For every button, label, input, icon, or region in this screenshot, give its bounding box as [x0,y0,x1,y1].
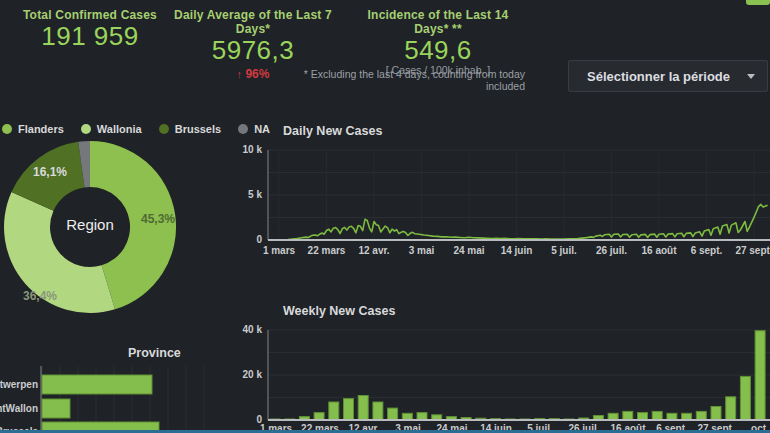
daily-x-tick: 27 sept. [728,245,770,256]
weekly-bar [696,411,706,420]
weekly-bar [344,399,354,420]
daily-x-tick: 26 juil. [586,245,638,256]
weekly-bar [711,407,721,421]
charts-layer [0,0,770,433]
covid-dashboard: Total Confirmed Cases 191 959 Daily Aver… [0,0,770,433]
weekly-bar [623,411,633,420]
daily-x-tick: 16 août [633,245,685,256]
weekly-bar [638,413,648,420]
donut-pct-wallonia: 36,4% [23,289,57,303]
weekly-bar [608,413,618,420]
daily-y-tick: 5 k [236,189,262,200]
daily-x-tick: 12 avr. [348,245,400,256]
weekly-bar [417,413,427,420]
weekly-bar [329,402,339,420]
weekly-bar [373,402,383,420]
daily-x-tick: 24 mai [443,245,495,256]
province-label: Antwerpen [0,379,38,390]
daily-new-cases-line [279,204,768,240]
province-label: BrabantWallon [0,403,38,414]
weekly-bar [402,413,412,420]
province-bar-brabantwallon [42,399,70,418]
weekly-bar [388,408,398,420]
weekly-bar [667,413,677,420]
weekly-bar [682,413,692,420]
daily-x-tick: 5 juil. [538,245,590,256]
daily-x-tick: 14 juin [491,245,543,256]
daily-x-tick: 1 mars [253,245,305,256]
daily-x-tick: 3 mai [396,245,448,256]
weekly-bar [314,413,324,420]
donut-center-label: Region [66,216,114,233]
daily-y-tick: 0 [236,234,262,245]
weekly-y-tick: 40 k [236,324,262,335]
donut-slice-wallonia[interactable] [4,192,115,313]
province-bar-antwerpen [42,375,152,394]
daily-x-tick: 6 sept. [681,245,733,256]
donut-pct-flanders: 45,3% [141,212,175,226]
weekly-bar [652,411,662,420]
donut-pct-brussels: 16,1% [33,165,67,179]
weekly-bar [740,376,750,420]
daily-x-tick: 22 mars [301,245,353,256]
daily-y-tick: 10 k [236,144,262,155]
weekly-bar [358,396,368,421]
weekly-bar [726,397,736,420]
weekly-bar [755,331,765,420]
weekly-y-tick: 20 k [236,369,262,380]
